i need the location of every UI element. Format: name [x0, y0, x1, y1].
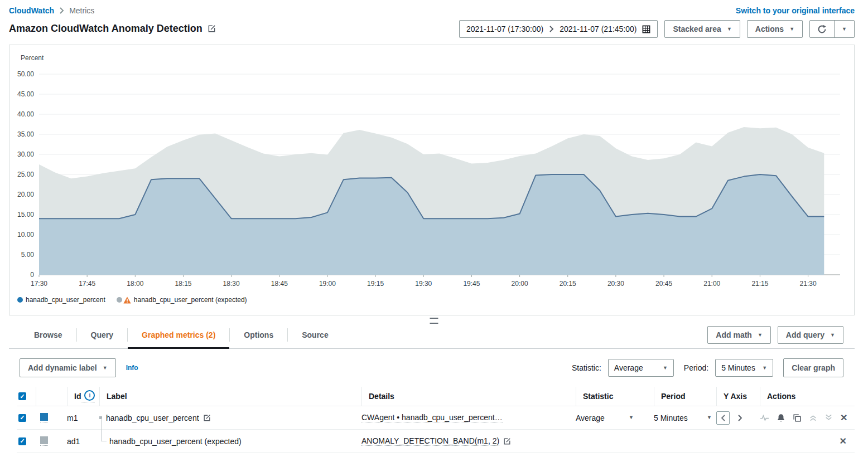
switch-interface-link[interactable]: Switch to your original interface — [736, 6, 855, 15]
yaxis-left-button[interactable] — [716, 411, 730, 425]
create-alarm-bell-icon[interactable] — [777, 414, 785, 422]
remove-metric-icon[interactable]: ✕ — [840, 437, 847, 446]
duplicate-icon[interactable] — [793, 414, 802, 422]
table-row-m1: ✓ m1 hanadb_cpu_user_percent CWAgent • h… — [17, 406, 855, 430]
svg-text:40.00: 40.00 — [17, 110, 34, 118]
legend-item-expected[interactable]: hanadb_cpu_user_percent (expected) — [117, 296, 247, 304]
statistic-value: Average — [614, 363, 643, 372]
svg-text:19:15: 19:15 — [367, 280, 384, 288]
svg-text:20:30: 20:30 — [607, 280, 624, 288]
svg-text:15.00: 15.00 — [17, 211, 34, 218]
legend-label-expected: hanadb_cpu_user_percent (expected) — [134, 296, 247, 304]
row-ad1-checkbox[interactable]: ✓ — [18, 437, 26, 445]
add-dynamic-label-dropdown[interactable]: Add dynamic label ▼ — [20, 358, 116, 377]
calendar-icon[interactable] — [642, 25, 650, 33]
row-m1-statistic-select[interactable]: Average ▼ — [576, 414, 634, 422]
legend-item-actual[interactable]: hanadb_cpu_user_percent — [17, 296, 105, 304]
chart-type-dropdown[interactable]: Stacked area ▼ — [664, 20, 740, 38]
details-column-header: Details — [361, 387, 576, 406]
row-m1-color-swatch[interactable] — [40, 413, 48, 422]
id-column-header: Id i — [67, 387, 99, 406]
row-m1-checkbox[interactable]: ✓ — [18, 414, 26, 422]
svg-text:35.00: 35.00 — [17, 130, 34, 138]
page-title: Amazon CloudWatch Anomaly Detection — [9, 23, 202, 35]
svg-text:19:30: 19:30 — [415, 280, 432, 288]
row-m1-period-select[interactable]: 5 Minutes ▼ — [654, 414, 712, 422]
svg-text:0: 0 — [30, 271, 34, 279]
tab-query[interactable]: Query — [77, 322, 127, 348]
caret-down-icon: ▼ — [663, 366, 668, 371]
edit-title-icon[interactable] — [208, 25, 216, 33]
statistic-label: Statistic: — [572, 363, 601, 372]
tab-browse[interactable]: Browse — [20, 322, 76, 348]
tab-options[interactable]: Options — [230, 322, 287, 348]
legend-label-actual: hanadb_cpu_user_percent — [26, 296, 105, 304]
period-label: Period: — [684, 363, 708, 372]
svg-text:18:30: 18:30 — [223, 280, 240, 288]
svg-text:19:45: 19:45 — [463, 280, 480, 288]
add-query-label: Add query — [786, 330, 824, 339]
id-info-icon[interactable]: i — [84, 390, 95, 401]
caret-down-icon: ▼ — [842, 27, 847, 32]
remove-metric-icon[interactable]: ✕ — [840, 414, 847, 422]
tab-graphed-metrics[interactable]: Graphed metrics (2) — [128, 322, 229, 348]
graphed-metrics-table: ✓ Id i Label Details Statistic Period Y … — [17, 387, 855, 453]
caret-down-icon: ▼ — [629, 415, 634, 420]
caret-down-icon: ▼ — [789, 27, 794, 32]
caret-down-icon: ▼ — [762, 366, 767, 371]
actions-column-header: Actions — [760, 387, 855, 406]
svg-text:45.00: 45.00 — [17, 90, 34, 98]
refresh-options-dropdown[interactable]: ▼ — [834, 21, 854, 37]
select-all-checkbox[interactable]: ✓ — [18, 392, 26, 400]
actions-dropdown[interactable]: Actions ▼ — [747, 20, 803, 38]
edit-expression-icon[interactable] — [503, 437, 511, 445]
yaxis-column-header: Y Axis — [716, 387, 760, 406]
add-query-dropdown[interactable]: Add query ▼ — [778, 326, 843, 344]
svg-text:19:00: 19:00 — [319, 280, 336, 288]
label-column-header: Label — [99, 387, 361, 406]
date-start: 2021-11-07 (17:30:00) — [466, 25, 543, 33]
breadcrumb-cloudwatch-link[interactable]: CloudWatch — [9, 6, 54, 15]
move-down-icon — [824, 414, 833, 422]
svg-text:21:15: 21:15 — [751, 280, 768, 288]
statistic-select[interactable]: Average ▼ — [608, 359, 674, 377]
date-end: 2021-11-07 (21:45:00) — [560, 25, 636, 33]
row-ad1-id: ad1 — [67, 430, 99, 453]
chart-legend: hanadb_cpu_user_percent hanadb_cpu_user_… — [9, 296, 854, 304]
svg-text:25.00: 25.00 — [17, 171, 34, 178]
svg-text:21:30: 21:30 — [800, 280, 817, 288]
row-m1-id: m1 — [67, 406, 99, 429]
svg-text:18:15: 18:15 — [175, 280, 191, 288]
svg-text:50.00: 50.00 — [17, 70, 34, 78]
clear-graph-button[interactable]: Clear graph — [783, 358, 843, 377]
tab-source[interactable]: Source — [288, 322, 342, 348]
yaxis-right-button[interactable] — [734, 412, 746, 424]
edit-label-icon[interactable] — [203, 414, 211, 422]
svg-text:10.00: 10.00 — [17, 231, 34, 239]
svg-text:Percent: Percent — [21, 54, 44, 62]
svg-text:17:45: 17:45 — [79, 280, 95, 288]
svg-text:18:00: 18:00 — [127, 280, 143, 288]
statistic-column-header: Statistic — [576, 387, 654, 406]
breadcrumb-metrics: Metrics — [69, 6, 94, 15]
row-ad1-label: hanadb_cpu_user_percent (expected) — [109, 437, 242, 446]
row-m1-details[interactable]: CWAgent • hanadb_cpu_user_percent… — [361, 413, 503, 422]
info-link[interactable]: Info — [126, 364, 138, 372]
add-math-dropdown[interactable]: Add math ▼ — [707, 326, 770, 344]
breadcrumb: CloudWatch Metrics — [9, 6, 94, 15]
actions-label: Actions — [755, 25, 784, 33]
chart-panel: Percent50.0045.0040.0035.0030.0025.0020.… — [9, 45, 855, 315]
tabs-bar: Browse Query Graphed metrics (2) Options… — [9, 322, 855, 349]
tree-connector — [101, 418, 107, 441]
svg-text:20:45: 20:45 — [655, 280, 672, 288]
move-up-icon — [809, 414, 817, 422]
refresh-button[interactable] — [810, 21, 834, 37]
metrics-chart[interactable]: Percent50.0045.0040.0035.0030.0025.0020.… — [9, 45, 854, 293]
color-column-header — [36, 387, 67, 406]
table-row-ad1: ✓ ad1 hanadb_cpu_user_percent (expected)… — [17, 430, 855, 453]
row-ad1-color-swatch[interactable] — [40, 436, 48, 446]
period-select[interactable]: 5 Minutes ▼ — [715, 359, 773, 377]
date-range-picker[interactable]: 2021-11-07 (17:30:00) 2021-11-07 (21:45:… — [459, 20, 658, 38]
clear-graph-label: Clear graph — [792, 363, 835, 372]
row-ad1-details[interactable]: ANOMALY_DETECTION_BAND(m1, 2) — [361, 436, 499, 446]
